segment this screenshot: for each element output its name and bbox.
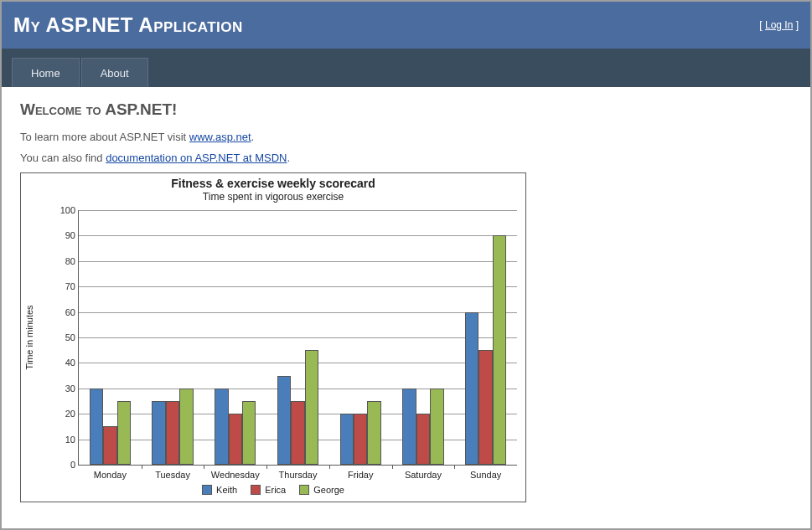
chart-ytick-label: 70	[54, 281, 75, 291]
chart-ytick-label: 90	[54, 230, 75, 240]
chart-gridline	[79, 210, 517, 211]
chart-xtick-label: Friday	[348, 470, 374, 480]
chart-ytick-label: 0	[54, 460, 75, 470]
chart-xtick	[204, 465, 204, 469]
chart-legend: KeithEricaGeorge	[21, 485, 525, 497]
chart-bar	[478, 350, 492, 465]
chart-legend-item: Keith	[202, 485, 237, 495]
chart-bar	[242, 401, 256, 465]
chart-ytick-label: 40	[54, 358, 75, 368]
chart-xtick	[329, 465, 330, 469]
bracket-right: ]	[793, 19, 799, 31]
app-frame: My ASP.NET Application [ Log In ] Home A…	[0, 0, 812, 530]
chart-gridline	[79, 388, 517, 389]
chart-bar	[493, 235, 506, 465]
chart-title: Fitness & exercise weekly scorecard	[21, 173, 525, 190]
tab-about[interactable]: About	[81, 58, 148, 87]
chart-ylabel: Time in minutes	[24, 305, 34, 369]
p1-suffix: .	[251, 131, 255, 143]
chart-bar	[152, 401, 165, 465]
chart-ytick-label: 80	[54, 256, 75, 266]
intro-paragraph-2: You can also find documentation on ASP.N…	[20, 152, 792, 164]
main-content: Welcome to ASP.NET! To learn more about …	[2, 87, 810, 528]
header-bar: My ASP.NET Application [ Log In ]	[2, 2, 810, 49]
chart-ytick-label: 20	[54, 409, 75, 419]
chart-xtick-label: Thursday	[279, 470, 318, 480]
chart-subtitle: Time spent in vigorous exercise	[21, 191, 525, 203]
chart-gridline	[79, 312, 517, 313]
chart-legend-swatch	[251, 485, 261, 495]
tab-home[interactable]: Home	[12, 58, 80, 87]
chart-legend-label: Keith	[216, 485, 237, 495]
chart-bar	[430, 388, 443, 465]
welcome-heading: Welcome to ASP.NET!	[20, 100, 792, 119]
chart-bar	[117, 401, 131, 465]
chart-bar	[215, 388, 228, 465]
chart-gridline	[79, 363, 517, 363]
chart-legend-label: Erica	[265, 485, 286, 495]
msdn-link[interactable]: documentation on ASP.NET at MSDN	[106, 152, 287, 164]
intro-paragraph-1: To learn more about ASP.NET visit www.as…	[20, 131, 792, 143]
chart-bar	[305, 350, 318, 465]
chart-legend-label: George	[313, 485, 344, 495]
chart-ytick-label: 10	[54, 435, 75, 445]
chart-container: Fitness & exercise weekly scorecard Time…	[20, 172, 526, 502]
p1-prefix: To learn more about ASP.NET visit	[20, 131, 189, 143]
chart-bar	[166, 401, 179, 465]
aspnet-link[interactable]: www.asp.net	[189, 131, 251, 143]
chart-plot-area: 0102030405060708090100MondayTuesdayWedne…	[78, 210, 517, 466]
chart-xtick-label: Tuesday	[155, 470, 190, 480]
chart-gridline	[79, 337, 517, 338]
chart-bar	[277, 376, 291, 465]
chart-bar	[367, 401, 380, 465]
chart-legend-item: Erica	[251, 485, 286, 495]
p2-prefix: You can also find	[20, 152, 106, 164]
chart-bar	[416, 414, 430, 465]
chart-legend-item: George	[299, 485, 344, 495]
app-title: My ASP.NET Application	[13, 13, 243, 37]
chart-ytick-label: 50	[54, 332, 75, 342]
chart-bar	[340, 414, 354, 465]
chart-bar	[291, 401, 304, 465]
chart-xtick	[266, 465, 267, 469]
chart-legend-swatch	[202, 485, 212, 495]
chart-ytick-label: 30	[54, 383, 75, 394]
chart-bar	[465, 312, 478, 465]
chart-xtick-label: Monday	[94, 470, 127, 480]
p2-suffix: .	[287, 152, 290, 164]
chart-gridline	[79, 286, 517, 287]
chart-bar	[402, 388, 416, 465]
chart-legend-swatch	[299, 485, 309, 495]
chart-xtick-label: Saturday	[405, 470, 442, 480]
chart-bar	[229, 414, 242, 465]
chart-gridline	[79, 235, 517, 236]
chart-xtick	[142, 465, 142, 469]
chart-gridline	[79, 261, 517, 262]
chart-bar	[90, 388, 103, 465]
chart-bar	[354, 414, 367, 465]
login-area: [ Log In ]	[759, 19, 799, 31]
chart-bar	[179, 388, 193, 465]
nav-bar: Home About	[2, 49, 810, 87]
chart-ytick-label: 60	[54, 307, 75, 317]
chart-ytick-label: 100	[54, 205, 75, 215]
chart-bar	[103, 426, 116, 465]
chart-xtick	[454, 465, 455, 469]
chart-xtick	[392, 465, 393, 469]
chart-xtick-label: Sunday	[470, 470, 501, 480]
bracket-left: [	[759, 19, 765, 31]
chart-xtick-label: Wednesday	[211, 470, 260, 480]
login-link[interactable]: Log In	[765, 19, 793, 31]
